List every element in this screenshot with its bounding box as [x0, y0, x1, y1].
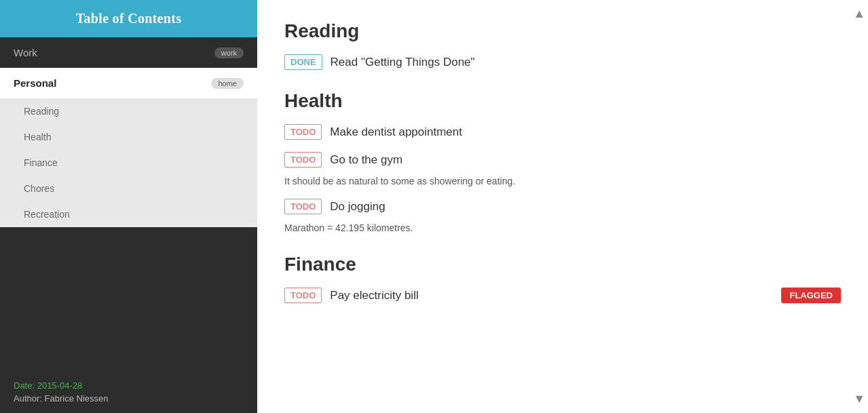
main-content[interactable]: Reading DONE Read "Getting Things Done" …: [257, 0, 868, 413]
task-text: Do jogging: [330, 200, 385, 214]
scroll-arrow-down[interactable]: ▼: [853, 392, 865, 406]
badge-flagged: FLAGGED: [781, 288, 841, 303]
task-text: Go to the gym: [330, 153, 402, 167]
badge-todo: TODO: [284, 288, 322, 303]
sidebar-subitems: Reading Health Finance Chores Recreation: [0, 98, 257, 227]
sidebar-subitem-finance[interactable]: Finance: [0, 150, 257, 176]
task-text: Read "Getting Things Done": [331, 56, 475, 69]
sidebar-subitem-chores[interactable]: Chores: [0, 176, 257, 201]
sidebar-section-work-label: Work: [14, 47, 37, 58]
sidebar-section-personal-label: Personal: [14, 77, 56, 89]
scroll-arrow-up[interactable]: ▲: [853, 7, 865, 21]
task-row-left: TODO Pay electricity bill: [284, 288, 419, 303]
sidebar-subitem-health[interactable]: Health: [0, 124, 257, 150]
sidebar-footer: Date: 2015-04-28 Author: Fabrice Niessen: [0, 371, 257, 413]
sidebar-subitem-recreation[interactable]: Recreation: [0, 201, 257, 227]
task-row: TODO Make dentist appointment: [284, 124, 841, 140]
task-row: TODO Go to the gym: [284, 152, 841, 168]
badge-todo: TODO: [284, 199, 322, 214]
section-heading-finance: Finance: [284, 254, 841, 275]
section-heading-health: Health: [284, 90, 841, 112]
sidebar-section-work[interactable]: Work work: [0, 37, 257, 68]
sidebar-section-work-badge: work: [214, 47, 244, 58]
sidebar-date: Date: 2015-04-28: [14, 380, 244, 391]
sidebar-section-personal-badge: home: [211, 78, 244, 89]
sidebar-header: Table of Contents: [0, 0, 257, 37]
sidebar-section-personal[interactable]: Personal home: [0, 68, 257, 98]
sidebar-subitem-reading[interactable]: Reading: [0, 98, 257, 124]
task-text: Make dentist appointment: [330, 125, 462, 139]
task-row: DONE Read "Getting Things Done": [284, 54, 841, 70]
sidebar: Table of Contents Work work Personal hom…: [0, 0, 257, 413]
sidebar-author: Author: Fabrice Niessen: [14, 393, 244, 404]
task-note: Marathon = 42.195 kilometres.: [284, 222, 841, 233]
badge-done: DONE: [284, 54, 322, 70]
badge-todo: TODO: [284, 152, 322, 168]
section-heading-reading: Reading: [284, 20, 841, 42]
badge-todo: TODO: [284, 124, 322, 140]
task-text: Pay electricity bill: [330, 289, 418, 302]
task-note: It should be as natural to some as showe…: [284, 176, 841, 186]
task-row: TODO Do jogging: [284, 199, 841, 214]
task-row-flagged: TODO Pay electricity bill FLAGGED: [284, 288, 841, 303]
sidebar-title: Table of Contents: [76, 11, 182, 26]
